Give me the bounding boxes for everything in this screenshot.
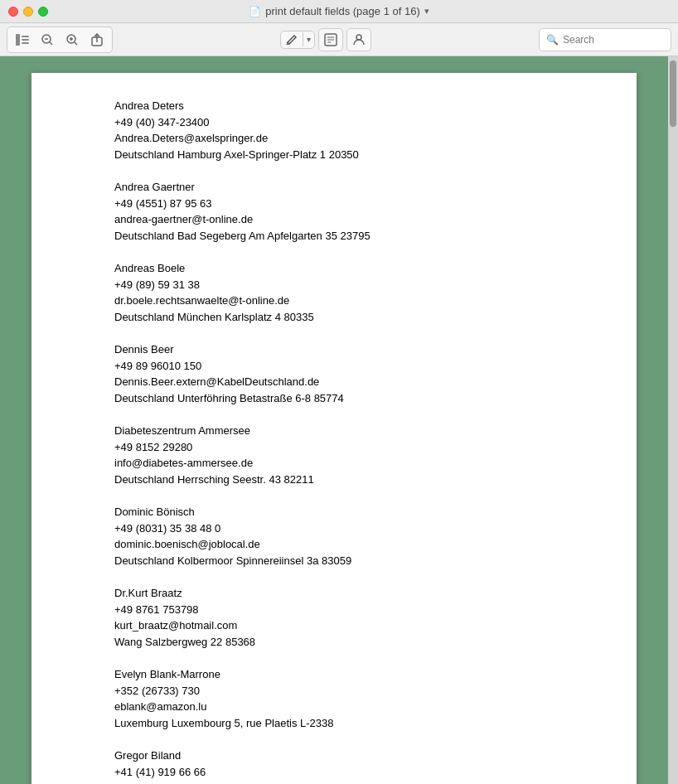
contact-name: Dr.Kurt Braatz bbox=[114, 585, 595, 602]
contact-name: Andreas Boele bbox=[114, 260, 595, 277]
svg-rect-1 bbox=[22, 36, 29, 37]
contact-name: Andrea Deters bbox=[114, 98, 595, 114]
main-area: Andrea Deters+49 (40) 347-23400Andrea.De… bbox=[0, 56, 678, 784]
pen-icon bbox=[286, 34, 298, 46]
contact-address: Luxemburg Luxembourg 5, rue Plaetis L-23… bbox=[114, 715, 595, 732]
scrollbar-thumb[interactable] bbox=[670, 60, 676, 127]
maximize-button[interactable] bbox=[38, 7, 48, 17]
toolbar-center-group: ▾ bbox=[280, 28, 371, 51]
markup-button[interactable] bbox=[318, 28, 343, 51]
pen-button[interactable] bbox=[281, 31, 303, 48]
contact-entry: Diabeteszentrum Ammersee+49 8152 29280in… bbox=[114, 423, 595, 487]
toolbar: ▾ 🔍 bbox=[0, 23, 678, 56]
contact-entry: Gregor Biland+41 (41) 919 66 66gregor.bi… bbox=[114, 748, 595, 784]
contact-email: andrea-gaertner@t-online.de bbox=[114, 211, 595, 228]
svg-rect-2 bbox=[22, 39, 29, 41]
contact-address: Deutschland Herrsching Seestr. 43 82211 bbox=[114, 472, 595, 488]
svg-point-19 bbox=[356, 35, 361, 40]
contact-name: Andrea Gaertner bbox=[114, 179, 595, 196]
contact-address: Deutschland Bad Segeberg Am Apfelgarten … bbox=[114, 228, 595, 244]
contact-entry: Dennis Beer+49 89 96010 150Dennis.Beer.e… bbox=[114, 341, 595, 406]
zoom-in-icon bbox=[66, 34, 78, 46]
contact-email: eblank@amazon.lu bbox=[114, 699, 595, 715]
title-text: print default fields (page 1 of 16) bbox=[265, 5, 419, 17]
contact-phone: +352 (26733) 730 bbox=[114, 683, 595, 699]
svg-line-10 bbox=[75, 42, 77, 45]
zoom-in-button[interactable] bbox=[61, 29, 84, 51]
search-icon: 🔍 bbox=[546, 34, 559, 46]
svg-line-6 bbox=[50, 42, 52, 45]
contact-address: Deutschland München Karlsplatz 4 80335 bbox=[114, 309, 595, 326]
contact-entry: Dr.Kurt Braatz+49 8761 753798kurt_braatz… bbox=[114, 585, 595, 650]
contact-name: Dennis Beer bbox=[114, 341, 595, 358]
markup-icon bbox=[324, 33, 337, 46]
contact-email: Andrea.Deters@axelspringer.de bbox=[114, 130, 595, 147]
document-area: Andrea Deters+49 (40) 347-23400Andrea.De… bbox=[0, 56, 668, 784]
contact-address: Deutschland Hamburg Axel-Springer-Platz … bbox=[114, 147, 595, 163]
pen-annotation-group: ▾ bbox=[280, 31, 315, 49]
contact-phone: +49 89 96010 150 bbox=[114, 358, 595, 375]
contact-phone: +49 8761 753798 bbox=[114, 602, 595, 618]
contact-name: Dominic Bönisch bbox=[114, 504, 595, 520]
contact-email: Dennis.Beer.extern@KabelDeutschland.de bbox=[114, 374, 595, 390]
search-input[interactable] bbox=[563, 34, 664, 46]
contact-entry: Andrea Deters+49 (40) 347-23400Andrea.De… bbox=[114, 98, 595, 162]
contact-address: Deutschland Kolbermoor Spinnereiinsel 3a… bbox=[114, 553, 595, 569]
document-page: Andrea Deters+49 (40) 347-23400Andrea.De… bbox=[31, 73, 637, 784]
contact-phone: +41 (41) 919 66 66 bbox=[114, 764, 595, 781]
sidebar-toggle-button[interactable] bbox=[11, 29, 34, 51]
share-button[interactable] bbox=[85, 29, 109, 51]
contact-email: info@diabetes-ammersee.de bbox=[114, 455, 595, 472]
zoom-out-button[interactable] bbox=[36, 29, 59, 51]
contact-phone: +49 (89) 59 31 38 bbox=[114, 277, 595, 293]
close-button[interactable] bbox=[8, 7, 18, 17]
contact-phone: +49 8152 29280 bbox=[114, 439, 595, 456]
contact-email: kurt_braatz@hotmail.com bbox=[114, 617, 595, 634]
minimize-button[interactable] bbox=[23, 7, 33, 17]
scrollbar-track bbox=[668, 56, 678, 784]
pen-dropdown-button[interactable]: ▾ bbox=[303, 32, 314, 46]
traffic-lights bbox=[8, 7, 48, 17]
contact-address: Deutschland Unterföhring Betastraße 6-8 … bbox=[114, 390, 595, 407]
contact-name: Gregor Biland bbox=[114, 748, 595, 764]
contact-address: Wang Salzbergweg 22 85368 bbox=[114, 634, 595, 651]
title-dropdown-arrow[interactable]: ▾ bbox=[424, 6, 429, 17]
window-title: 📄 print default fields (page 1 of 16) ▾ bbox=[249, 5, 429, 17]
svg-rect-0 bbox=[16, 34, 20, 46]
sidebar-zoom-group bbox=[7, 27, 113, 53]
share-icon bbox=[91, 33, 103, 46]
contact-name: Diabeteszentrum Ammersee bbox=[114, 423, 595, 439]
zoom-out-icon bbox=[41, 34, 53, 46]
contact-phone: +49 (8031) 35 38 48 0 bbox=[114, 520, 595, 537]
contact-phone: +49 (40) 347-23400 bbox=[114, 114, 595, 131]
sidebar-icon bbox=[16, 34, 29, 46]
contact-phone: +49 (4551) 87 95 63 bbox=[114, 196, 595, 212]
document-icon: 📄 bbox=[249, 6, 261, 17]
search-box[interactable]: 🔍 bbox=[539, 28, 671, 51]
contact-email: gregor.biland@thali.ch bbox=[114, 780, 595, 784]
scrollbar[interactable] bbox=[668, 56, 678, 784]
contact-entry: Andrea Gaertner+49 (4551) 87 95 63andrea… bbox=[114, 179, 595, 244]
contact-name: Evelyn Blank-Marrone bbox=[114, 666, 595, 683]
person-icon bbox=[352, 33, 366, 46]
svg-rect-3 bbox=[22, 42, 29, 44]
contact-email: dr.boele.rechtsanwaelte@t-online.de bbox=[114, 293, 595, 309]
contact-entry: Evelyn Blank-Marrone+352 (26733) 730ebla… bbox=[114, 666, 595, 731]
title-bar: 📄 print default fields (page 1 of 16) ▾ bbox=[0, 0, 678, 23]
contact-entry: Dominic Bönisch+49 (8031) 35 38 48 0domi… bbox=[114, 504, 595, 569]
person-button[interactable] bbox=[346, 28, 371, 51]
contact-email: dominic.boenisch@joblocal.de bbox=[114, 536, 595, 553]
contact-entry: Andreas Boele+49 (89) 59 31 38dr.boele.r… bbox=[114, 260, 595, 325]
